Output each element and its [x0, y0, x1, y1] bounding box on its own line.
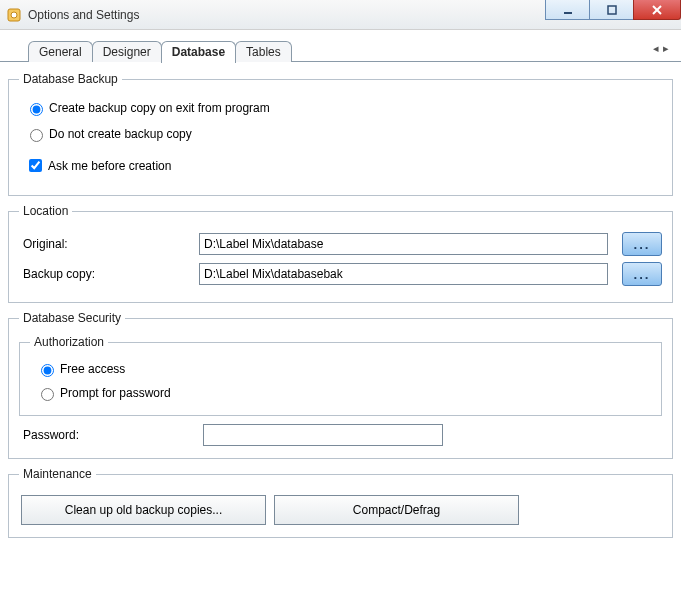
group-maintenance-legend: Maintenance [19, 467, 96, 481]
compact-button[interactable]: Compact/Defrag [274, 495, 519, 525]
original-path-input[interactable] [199, 233, 608, 255]
tab-scroll-left-icon[interactable]: ◂ [653, 42, 659, 55]
original-label: Original: [19, 237, 199, 251]
backup-label: Backup copy: [19, 267, 199, 281]
radio-free-access-label: Free access [60, 362, 125, 376]
cleanup-button[interactable]: Clean up old backup copies... [21, 495, 266, 525]
browse-backup-button[interactable]: ... [622, 262, 662, 286]
check-ask-before[interactable] [29, 159, 42, 172]
backup-path-input[interactable] [199, 263, 608, 285]
group-authorization-legend: Authorization [30, 335, 108, 349]
tabstrip: General Designer Database Tables ◂ ▸ [0, 30, 681, 62]
group-maintenance: Maintenance Clean up old backup copies..… [8, 467, 673, 538]
tab-database[interactable]: Database [161, 41, 236, 63]
tab-scroll-arrows: ◂ ▸ [653, 42, 669, 55]
tab-designer[interactable]: Designer [92, 41, 162, 62]
check-ask-before-label: Ask me before creation [48, 159, 171, 173]
tab-content: Database Backup Create backup copy on ex… [0, 62, 681, 554]
group-location-legend: Location [19, 204, 72, 218]
radio-prompt-password-label: Prompt for password [60, 386, 171, 400]
group-backup: Database Backup Create backup copy on ex… [8, 72, 673, 196]
browse-original-button[interactable]: ... [622, 232, 662, 256]
radio-no-backup-label: Do not create backup copy [49, 127, 192, 141]
window-controls [546, 0, 681, 20]
app-icon [6, 7, 22, 23]
group-backup-legend: Database Backup [19, 72, 122, 86]
close-button[interactable] [633, 0, 681, 20]
group-security-legend: Database Security [19, 311, 125, 325]
group-security: Database Security Authorization Free acc… [8, 311, 673, 459]
maximize-button[interactable] [589, 0, 634, 20]
tab-scroll-right-icon[interactable]: ▸ [663, 42, 669, 55]
tab-general[interactable]: General [28, 41, 93, 62]
radio-prompt-password[interactable] [41, 388, 54, 401]
radio-create-backup-label: Create backup copy on exit from program [49, 101, 270, 115]
group-authorization: Authorization Free access Prompt for pas… [19, 335, 662, 416]
minimize-button[interactable] [545, 0, 590, 20]
svg-rect-3 [608, 6, 616, 14]
password-label: Password: [23, 428, 203, 442]
radio-no-backup[interactable] [30, 129, 43, 142]
tab-tables[interactable]: Tables [235, 41, 292, 62]
titlebar: Options and Settings [0, 0, 681, 30]
radio-free-access[interactable] [41, 364, 54, 377]
window-title: Options and Settings [28, 8, 139, 22]
svg-point-1 [11, 12, 17, 18]
group-location: Location Original: ... Backup copy: ... [8, 204, 673, 303]
password-input[interactable] [203, 424, 443, 446]
radio-create-backup[interactable] [30, 103, 43, 116]
